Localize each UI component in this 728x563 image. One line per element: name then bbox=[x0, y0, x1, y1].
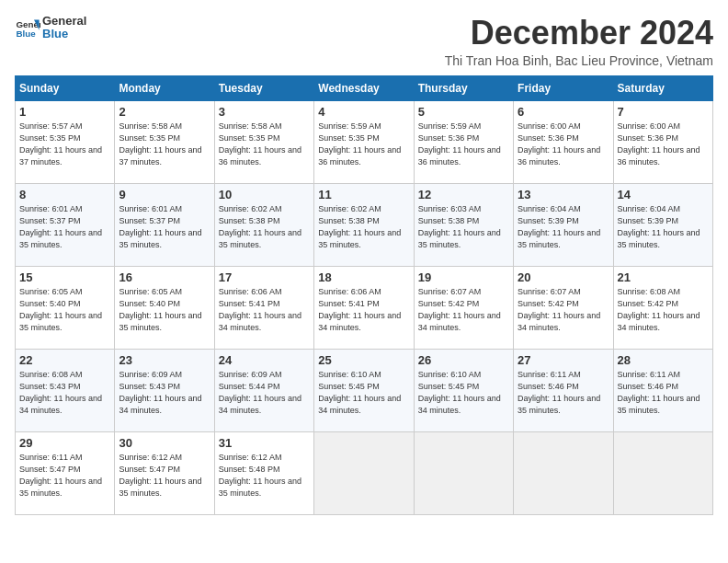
logo-icon: General Blue bbox=[15, 15, 40, 40]
day-info: Sunrise: 6:10 AMSunset: 5:45 PMDaylight:… bbox=[418, 369, 509, 417]
day-number: 28 bbox=[618, 353, 709, 367]
table-row: 4Sunrise: 5:59 AMSunset: 5:35 PMDaylight… bbox=[314, 100, 414, 183]
table-row: 24Sunrise: 6:09 AMSunset: 5:44 PMDayligh… bbox=[214, 349, 313, 431]
table-row bbox=[414, 431, 513, 514]
table-row: 1Sunrise: 5:57 AMSunset: 5:35 PMDaylight… bbox=[16, 100, 115, 183]
table-row: 21Sunrise: 6:08 AMSunset: 5:42 PMDayligh… bbox=[613, 266, 712, 349]
header-thursday: Thursday bbox=[414, 75, 513, 100]
day-number: 13 bbox=[518, 188, 609, 201]
day-info: Sunrise: 5:58 AMSunset: 5:35 PMDaylight:… bbox=[219, 121, 310, 168]
day-number: 2 bbox=[119, 105, 210, 119]
day-info: Sunrise: 6:04 AMSunset: 5:39 PMDaylight:… bbox=[618, 203, 709, 251]
header-saturday: Saturday bbox=[613, 75, 712, 100]
day-info: Sunrise: 6:12 AMSunset: 5:47 PMDaylight:… bbox=[119, 452, 210, 500]
day-info: Sunrise: 6:02 AMSunset: 5:38 PMDaylight:… bbox=[318, 203, 409, 251]
header-sunday: Sunday bbox=[16, 75, 115, 100]
day-number: 5 bbox=[418, 105, 509, 119]
day-info: Sunrise: 6:11 AMSunset: 5:47 PMDaylight:… bbox=[19, 452, 110, 500]
day-number: 29 bbox=[19, 436, 110, 450]
header-monday: Monday bbox=[115, 75, 214, 100]
calendar-body: 1Sunrise: 5:57 AMSunset: 5:35 PMDaylight… bbox=[16, 100, 713, 514]
day-number: 18 bbox=[318, 270, 409, 284]
table-row: 26Sunrise: 6:10 AMSunset: 5:45 PMDayligh… bbox=[414, 349, 513, 431]
day-info: Sunrise: 6:11 AMSunset: 5:46 PMDaylight:… bbox=[618, 369, 709, 417]
table-row: 31Sunrise: 6:12 AMSunset: 5:48 PMDayligh… bbox=[214, 431, 313, 514]
day-number: 1 bbox=[19, 105, 110, 119]
day-number: 21 bbox=[618, 270, 709, 284]
day-info: Sunrise: 6:06 AMSunset: 5:41 PMDaylight:… bbox=[219, 286, 310, 334]
day-info: Sunrise: 6:12 AMSunset: 5:48 PMDaylight:… bbox=[219, 452, 310, 500]
table-row: 5Sunrise: 5:59 AMSunset: 5:36 PMDaylight… bbox=[414, 100, 513, 183]
day-info: Sunrise: 6:03 AMSunset: 5:38 PMDaylight:… bbox=[418, 203, 509, 251]
day-number: 3 bbox=[219, 105, 310, 119]
day-number: 15 bbox=[19, 270, 110, 284]
header-tuesday: Tuesday bbox=[214, 75, 313, 100]
table-row: 15Sunrise: 6:05 AMSunset: 5:40 PMDayligh… bbox=[16, 266, 115, 349]
table-row: 29Sunrise: 6:11 AMSunset: 5:47 PMDayligh… bbox=[16, 431, 115, 514]
day-number: 10 bbox=[219, 188, 310, 201]
day-number: 8 bbox=[19, 188, 110, 201]
day-number: 26 bbox=[418, 353, 509, 367]
day-info: Sunrise: 6:05 AMSunset: 5:40 PMDaylight:… bbox=[19, 286, 110, 334]
day-number: 31 bbox=[219, 436, 310, 450]
table-row: 6Sunrise: 6:00 AMSunset: 5:36 PMDaylight… bbox=[514, 100, 613, 183]
table-row: 8Sunrise: 6:01 AMSunset: 5:37 PMDaylight… bbox=[16, 183, 115, 266]
location-subtitle: Thi Tran Hoa Binh, Bac Lieu Province, Vi… bbox=[445, 53, 713, 68]
month-title: December 2024 bbox=[445, 15, 713, 52]
day-number: 7 bbox=[618, 105, 709, 119]
day-number: 11 bbox=[318, 188, 409, 201]
day-number: 9 bbox=[119, 188, 210, 201]
day-info: Sunrise: 5:58 AMSunset: 5:35 PMDaylight:… bbox=[119, 121, 210, 168]
day-info: Sunrise: 6:10 AMSunset: 5:45 PMDaylight:… bbox=[318, 369, 409, 417]
table-row: 25Sunrise: 6:10 AMSunset: 5:45 PMDayligh… bbox=[314, 349, 414, 431]
day-info: Sunrise: 6:04 AMSunset: 5:39 PMDaylight:… bbox=[518, 203, 609, 251]
table-row: 2Sunrise: 5:58 AMSunset: 5:35 PMDaylight… bbox=[115, 100, 214, 183]
calendar-table: Sunday Monday Tuesday Wednesday Thursday… bbox=[15, 75, 713, 515]
day-info: Sunrise: 6:01 AMSunset: 5:37 PMDaylight:… bbox=[119, 203, 210, 251]
table-row: 17Sunrise: 6:06 AMSunset: 5:41 PMDayligh… bbox=[214, 266, 313, 349]
day-info: Sunrise: 6:01 AMSunset: 5:37 PMDaylight:… bbox=[19, 203, 110, 251]
day-info: Sunrise: 6:00 AMSunset: 5:36 PMDaylight:… bbox=[518, 121, 609, 168]
table-row: 27Sunrise: 6:11 AMSunset: 5:46 PMDayligh… bbox=[514, 349, 613, 431]
day-info: Sunrise: 6:07 AMSunset: 5:42 PMDaylight:… bbox=[418, 286, 509, 334]
calendar-header: Sunday Monday Tuesday Wednesday Thursday… bbox=[16, 75, 713, 100]
table-row: 11Sunrise: 6:02 AMSunset: 5:38 PMDayligh… bbox=[314, 183, 414, 266]
day-info: Sunrise: 6:08 AMSunset: 5:42 PMDaylight:… bbox=[618, 286, 709, 334]
page-header: General Blue General Blue December 2024 … bbox=[15, 15, 713, 68]
day-number: 25 bbox=[318, 353, 409, 367]
table-row: 16Sunrise: 6:05 AMSunset: 5:40 PMDayligh… bbox=[115, 266, 214, 349]
day-info: Sunrise: 6:08 AMSunset: 5:43 PMDaylight:… bbox=[19, 369, 110, 417]
table-row bbox=[314, 431, 414, 514]
day-info: Sunrise: 6:00 AMSunset: 5:36 PMDaylight:… bbox=[618, 121, 709, 168]
day-number: 17 bbox=[219, 270, 310, 284]
table-row: 30Sunrise: 6:12 AMSunset: 5:47 PMDayligh… bbox=[115, 431, 214, 514]
logo-blue: Blue bbox=[42, 28, 86, 40]
table-row: 13Sunrise: 6:04 AMSunset: 5:39 PMDayligh… bbox=[514, 183, 613, 266]
day-number: 12 bbox=[418, 188, 509, 201]
day-info: Sunrise: 6:06 AMSunset: 5:41 PMDaylight:… bbox=[318, 286, 409, 334]
table-row: 12Sunrise: 6:03 AMSunset: 5:38 PMDayligh… bbox=[414, 183, 513, 266]
day-number: 23 bbox=[119, 353, 210, 367]
title-block: December 2024 Thi Tran Hoa Binh, Bac Lie… bbox=[445, 15, 713, 68]
day-number: 20 bbox=[518, 270, 609, 284]
day-info: Sunrise: 6:05 AMSunset: 5:40 PMDaylight:… bbox=[119, 286, 210, 334]
table-row: 14Sunrise: 6:04 AMSunset: 5:39 PMDayligh… bbox=[613, 183, 712, 266]
day-info: Sunrise: 5:59 AMSunset: 5:35 PMDaylight:… bbox=[318, 121, 409, 168]
header-friday: Friday bbox=[514, 75, 613, 100]
day-number: 30 bbox=[119, 436, 210, 450]
logo: General Blue General Blue bbox=[15, 15, 86, 41]
day-info: Sunrise: 6:11 AMSunset: 5:46 PMDaylight:… bbox=[518, 369, 609, 417]
table-row: 28Sunrise: 6:11 AMSunset: 5:46 PMDayligh… bbox=[613, 349, 712, 431]
day-number: 6 bbox=[518, 105, 609, 119]
table-row: 9Sunrise: 6:01 AMSunset: 5:37 PMDaylight… bbox=[115, 183, 214, 266]
day-number: 27 bbox=[518, 353, 609, 367]
table-row: 19Sunrise: 6:07 AMSunset: 5:42 PMDayligh… bbox=[414, 266, 513, 349]
day-number: 24 bbox=[219, 353, 310, 367]
day-info: Sunrise: 6:07 AMSunset: 5:42 PMDaylight:… bbox=[518, 286, 609, 334]
day-number: 14 bbox=[618, 188, 709, 201]
table-row: 20Sunrise: 6:07 AMSunset: 5:42 PMDayligh… bbox=[514, 266, 613, 349]
table-row: 22Sunrise: 6:08 AMSunset: 5:43 PMDayligh… bbox=[16, 349, 115, 431]
table-row: 3Sunrise: 5:58 AMSunset: 5:35 PMDaylight… bbox=[214, 100, 313, 183]
day-number: 4 bbox=[318, 105, 409, 119]
day-number: 19 bbox=[418, 270, 509, 284]
